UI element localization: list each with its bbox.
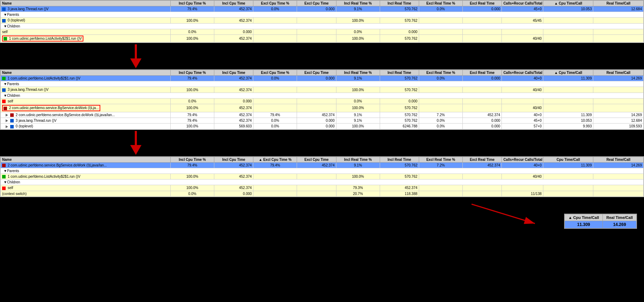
cell-name: 0 (toplevel) bbox=[1, 18, 171, 23]
cell-name: 1 com.udinic.perfdemo.ListActivity$2$1.r… bbox=[1, 174, 171, 179]
cell-name: 1 com.udinic.perfdemo.ListActivity$2$1.r… bbox=[1, 76, 171, 81]
color-indicator bbox=[4, 107, 7, 110]
col-incl-cpu[interactable]: Incl Cpu Time bbox=[214, 1, 253, 6]
cell-excl-cpu-pct: 0.0% bbox=[253, 6, 297, 12]
table-row[interactable]: 3 java.lang.Thread.run ()V 100.0% 452.37… bbox=[1, 87, 644, 93]
callout-real-value: 14.269 bbox=[603, 221, 637, 228]
arrow-callout bbox=[468, 201, 545, 229]
col-excl-cpu-pct[interactable]: Excl Cpu Time % bbox=[253, 1, 297, 6]
col-calls[interactable]: Calls+Recur Calls/Total bbox=[502, 1, 543, 6]
callout-real-header[interactable]: Real Time/Call bbox=[603, 214, 637, 221]
col-incl-real[interactable]: Incl Real Time bbox=[380, 157, 419, 162]
col-excl-real[interactable]: Excl Real Time bbox=[462, 157, 501, 162]
arrow-2 bbox=[0, 130, 644, 156]
table-row[interactable]: (context switch) 0.0% 0.000 20.7% 118.38… bbox=[1, 191, 644, 196]
col-cpu-call[interactable]: Cpu Time/Call bbox=[543, 157, 593, 162]
col-excl-real[interactable]: Excl Real Time bbox=[462, 70, 501, 76]
cell-calls: 45+0 bbox=[502, 6, 543, 12]
parents-label: ▼Parents bbox=[1, 81, 644, 87]
col-calls[interactable]: Calls+Recur Calls/Total bbox=[502, 70, 543, 76]
col-excl-cpu[interactable]: Excl Cpu Time bbox=[297, 1, 336, 6]
cell-incl-cpu: 452.374 bbox=[214, 6, 253, 12]
parents-label-row: ▼Parents bbox=[1, 81, 644, 87]
callout-cpu-header[interactable]: ▲ Cpu Time/Call bbox=[564, 214, 602, 221]
col-cpu-call[interactable]: ▲ Cpu Time/Call bbox=[543, 70, 593, 76]
header-row: Name Incl Cpu Time % Incl Cpu Time ▲ Exc… bbox=[1, 157, 644, 162]
cell-excl-real-pct: 0.0% bbox=[419, 6, 463, 12]
col-excl-cpu-pct[interactable]: ▲ Excl Cpu Time % bbox=[253, 157, 297, 162]
color-indicator bbox=[4, 37, 7, 40]
col-incl-real[interactable]: Incl Real Time bbox=[380, 1, 419, 6]
color-indicator bbox=[10, 125, 14, 128]
color-indicator bbox=[2, 164, 6, 167]
table-row[interactable]: 2 com.udinic.perfdemo.service.BgService.… bbox=[1, 112, 644, 118]
col-excl-cpu[interactable]: Excl Cpu Time bbox=[297, 70, 336, 76]
children-label: ▼Children bbox=[1, 93, 644, 98]
col-name[interactable]: Name bbox=[1, 70, 171, 76]
color-indicator bbox=[2, 187, 6, 190]
table-row[interactable]: 1 com.udinic.perfdemo.ListActivity$2$1.r… bbox=[1, 76, 644, 81]
col-incl-cpu[interactable]: Incl Cpu Time bbox=[214, 157, 253, 162]
table-row[interactable]: 0 (toplevel) 100.0% 569.603 0.0% 0.000 1… bbox=[1, 124, 644, 129]
col-incl-real-pct[interactable]: Incl Real Time % bbox=[336, 157, 380, 162]
table-row[interactable]: 2 com.udinic.perfdemo.service.BgService.… bbox=[1, 162, 644, 168]
panel-1: Name Incl Cpu Time % Incl Cpu Time Excl … bbox=[0, 0, 644, 43]
col-incl-cpu-pct[interactable]: Incl Cpu Time % bbox=[171, 157, 214, 162]
header-row: Name Incl Cpu Time % Incl Cpu Time Excl … bbox=[1, 70, 644, 76]
col-incl-cpu-pct[interactable]: Incl Cpu Time % bbox=[171, 1, 214, 6]
color-indicator bbox=[2, 175, 6, 178]
col-real-call[interactable]: Real Time/Call bbox=[593, 157, 644, 162]
table-row[interactable]: 3 java.lang.Thread.run ()V 79.4% 452.374… bbox=[1, 118, 644, 123]
col-incl-real-pct[interactable]: Incl Real Time % bbox=[336, 70, 380, 76]
cell-name: 3 java.lang.Thread.run ()V bbox=[1, 87, 171, 93]
col-incl-cpu-pct[interactable]: Incl Cpu Time % bbox=[171, 70, 214, 76]
col-real-call[interactable]: Real Time/Call bbox=[593, 1, 644, 6]
col-name[interactable]: Name bbox=[1, 1, 171, 6]
table-row[interactable]: self 0.0% 0.000 0.0% 0.000 bbox=[1, 98, 644, 104]
children-label: ▼Children bbox=[1, 23, 644, 29]
col-excl-real-pct[interactable]: Excl Real Time % bbox=[419, 70, 463, 76]
cell-cpu-call: 10.053 bbox=[543, 6, 593, 12]
color-indicator bbox=[2, 88, 6, 92]
table-row[interactable]: 3 java.lang.Thread.run ()V 79.4% 452.374… bbox=[1, 6, 644, 12]
parents-label: ▼Parents bbox=[1, 12, 644, 18]
col-incl-real-pct[interactable]: Incl Real Time % bbox=[336, 1, 380, 6]
arrow-1 bbox=[0, 43, 644, 69]
col-real-call[interactable]: Real Time/Call bbox=[593, 70, 644, 76]
cell-name: 2 com.udinic.perfdemo.service.BgService.… bbox=[1, 112, 171, 118]
children-label-row: ▼Children bbox=[1, 93, 644, 98]
col-name[interactable]: Name bbox=[1, 157, 171, 162]
table-row[interactable]: 1 com.udinic.perfdemo.ListActivity$2$1.r… bbox=[1, 174, 644, 179]
callout-box: ▲ Cpu Time/Call Real Time/Call 11.309 14… bbox=[564, 214, 637, 229]
col-excl-cpu[interactable]: Excl Cpu Time bbox=[297, 157, 336, 162]
cell-name: self bbox=[1, 185, 171, 191]
col-incl-cpu[interactable]: Incl Cpu Time bbox=[214, 70, 253, 76]
color-indicator bbox=[2, 19, 6, 23]
color-indicator bbox=[2, 100, 6, 103]
table-row[interactable]: 2 com.udinic.perfdemo.service.BgService.… bbox=[1, 104, 644, 112]
col-excl-cpu-pct[interactable]: Excl Cpu Time % bbox=[253, 70, 297, 76]
cell-real-call: 12.684 bbox=[593, 6, 644, 12]
col-excl-real-pct[interactable]: Excl Real Time % bbox=[419, 157, 463, 162]
table-row[interactable]: 1 com.udinic.perfdemo.ListActivity$2$1.r… bbox=[1, 34, 644, 42]
parents-label-row: ▼Parents bbox=[1, 168, 644, 174]
bottom-area: ▲ Cpu Time/Call Real Time/Call 11.309 14… bbox=[0, 197, 644, 232]
col-cpu-call[interactable]: ▲ Cpu Time/Call bbox=[543, 1, 593, 6]
cell-name: 0 (toplevel) bbox=[1, 124, 171, 129]
cell-incl-real-pct: 9.1% bbox=[336, 6, 380, 12]
table-row[interactable]: 0 (toplevel) 100.0% 452.374 100.0% 570.7… bbox=[1, 18, 644, 23]
col-excl-real-pct[interactable]: Excl Real Time % bbox=[419, 1, 463, 6]
table-2: Name Incl Cpu Time % Incl Cpu Time Excl … bbox=[0, 70, 644, 130]
color-indicator bbox=[10, 119, 14, 122]
table-row[interactable]: self 100.0% 452.374 79.3% 452.374 bbox=[1, 185, 644, 191]
cell-name: self bbox=[1, 98, 171, 104]
svg-line-1 bbox=[472, 204, 535, 224]
main-container: Name Incl Cpu Time % Incl Cpu Time Excl … bbox=[0, 0, 644, 302]
color-indicator bbox=[2, 7, 6, 11]
table-row[interactable]: self 0.0% 0.000 0.0% 0.000 bbox=[1, 29, 644, 34]
cell-name: 3 java.lang.Thread.run ()V bbox=[1, 118, 171, 123]
col-excl-real[interactable]: Excl Real Time bbox=[462, 1, 501, 6]
col-calls[interactable]: Calls+Recur Calls/Total bbox=[502, 157, 543, 162]
children-label-row: ▼Children bbox=[1, 180, 644, 185]
col-incl-real[interactable]: Incl Real Time bbox=[380, 70, 419, 76]
